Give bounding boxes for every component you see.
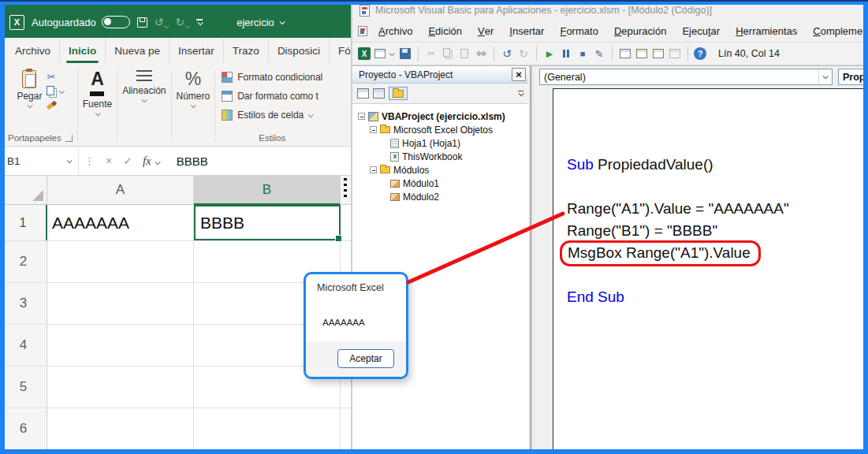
cell-a5[interactable] bbox=[47, 367, 194, 407]
close-icon[interactable]: × bbox=[512, 68, 526, 81]
cut-icon[interactable]: ✂ bbox=[424, 47, 438, 61]
project-panel-header[interactable]: Proyecto - VBAProject × bbox=[352, 66, 528, 84]
paste-button[interactable]: Pegar bbox=[17, 68, 42, 132]
workbook-title[interactable]: ejercicio bbox=[237, 17, 284, 28]
cut-button[interactable]: ✂ bbox=[47, 71, 55, 83]
group-expander-icon[interactable] bbox=[65, 135, 73, 142]
cell-a3[interactable] bbox=[47, 283, 194, 324]
menu-insertar[interactable]: Insertar bbox=[501, 20, 552, 42]
paste-icon[interactable] bbox=[457, 47, 471, 61]
collapse-icon[interactable] bbox=[370, 166, 377, 173]
menu-ver[interactable]: Ver bbox=[470, 20, 501, 42]
alignment-button[interactable]: Alineación bbox=[122, 68, 166, 146]
help-icon[interactable]: ? bbox=[694, 47, 706, 60]
cell-a2[interactable] bbox=[47, 241, 194, 282]
procedure-dropdown[interactable]: Prop bbox=[838, 69, 868, 85]
tab-archivo[interactable]: Archivo bbox=[6, 38, 60, 63]
module-window-icon[interactable] bbox=[358, 26, 367, 36]
view-object-icon[interactable] bbox=[373, 47, 387, 61]
menu-depuracion[interactable]: Depuración bbox=[606, 20, 675, 42]
format-painter-button[interactable] bbox=[47, 101, 57, 107]
cell-a1[interactable]: AAAAAAA bbox=[47, 205, 194, 240]
object-dropdown[interactable]: (General) bbox=[539, 69, 833, 85]
tree-item-hoja1[interactable]: Hoja1 (Hoja1) bbox=[390, 136, 528, 150]
project-explorer-icon[interactable] bbox=[618, 47, 632, 61]
tab-trazo[interactable]: Trazo bbox=[224, 38, 269, 63]
cell-styles-button[interactable]: Estilos de celda bbox=[222, 106, 322, 125]
insert-function-button[interactable]: fx bbox=[138, 154, 154, 168]
customize-qat-icon[interactable] bbox=[196, 19, 203, 25]
find-icon[interactable] bbox=[474, 47, 488, 61]
row-header-2[interactable]: 2 bbox=[0, 241, 47, 282]
reset-icon[interactable]: ■ bbox=[576, 47, 590, 61]
redo-icon[interactable]: ↻ bbox=[516, 47, 531, 61]
code-line[interactable]: Sub PropiedadValue() bbox=[567, 154, 868, 176]
code-line[interactable]: Range("A1").Value = "AAAAAAA" bbox=[567, 198, 868, 220]
name-box[interactable]: B1 bbox=[0, 147, 79, 175]
row-header-1[interactable]: 1 bbox=[0, 205, 47, 240]
properties-window-icon[interactable] bbox=[635, 47, 649, 61]
undo-button[interactable]: ↺ bbox=[155, 16, 169, 28]
save-icon[interactable] bbox=[137, 17, 147, 28]
view-code-icon[interactable] bbox=[357, 88, 369, 99]
menu-archivo[interactable]: Archivo bbox=[371, 20, 420, 42]
cell-b1[interactable]: BBBB bbox=[194, 205, 341, 240]
panel-overflow-icon[interactable] bbox=[518, 91, 525, 97]
menu-ejecutar[interactable]: Ejecutar bbox=[674, 20, 728, 42]
tab-nueva-pestana[interactable]: Nueva pe bbox=[106, 38, 170, 63]
object-browser-icon[interactable] bbox=[651, 47, 665, 61]
row-header-6[interactable]: 6 bbox=[0, 408, 47, 449]
tree-item-excel-objects[interactable]: Microsoft Excel Objetos bbox=[370, 123, 528, 136]
toggle-folders-icon[interactable] bbox=[389, 87, 408, 100]
cell-b6[interactable] bbox=[194, 408, 341, 449]
save-icon[interactable] bbox=[398, 47, 412, 61]
menu-formato[interactable]: Formato bbox=[552, 20, 605, 42]
code-editor[interactable]: Sub PropiedadValue() Range("A1").Value =… bbox=[553, 88, 868, 454]
toolbox-icon[interactable] bbox=[668, 47, 682, 61]
accept-button[interactable]: Aceptar bbox=[337, 349, 394, 368]
cell-a4[interactable] bbox=[47, 325, 194, 366]
break-icon[interactable] bbox=[559, 47, 573, 61]
view-object-icon[interactable] bbox=[373, 88, 385, 99]
code-line[interactable]: End Sub bbox=[567, 286, 868, 308]
tab-insertar[interactable]: Insertar bbox=[170, 38, 224, 63]
menu-edicion[interactable]: Edición bbox=[420, 20, 470, 42]
panel-splitter[interactable] bbox=[528, 65, 535, 454]
formula-bar-handle[interactable]: ⋮ bbox=[79, 155, 100, 167]
tree-item-modulo1[interactable]: Módulo1 bbox=[390, 177, 528, 190]
menu-herramientas[interactable]: Herramientas bbox=[728, 20, 805, 42]
collapse-icon[interactable] bbox=[370, 126, 377, 133]
code-line[interactable]: MsgBox Range("A1").Value bbox=[567, 242, 868, 264]
code-line[interactable]: Range("B1") = "BBBB" bbox=[567, 220, 868, 242]
design-mode-icon[interactable]: ✎ bbox=[592, 47, 606, 61]
tree-item-vbaproject[interactable]: VBAProject (ejercicio.xlsm) bbox=[358, 110, 528, 123]
collapse-icon[interactable] bbox=[358, 113, 365, 120]
column-header-b[interactable]: B bbox=[194, 176, 341, 204]
splitter-dots[interactable] bbox=[344, 178, 347, 200]
copy-icon[interactable] bbox=[441, 47, 455, 61]
redo-button[interactable]: ↻ bbox=[175, 16, 189, 28]
conditional-format-button[interactable]: Formato condicional bbox=[222, 68, 322, 87]
select-all-corner[interactable] bbox=[0, 176, 47, 204]
menu-complementos[interactable]: Complementos bbox=[805, 20, 868, 42]
tree-item-modulos[interactable]: Módulos bbox=[370, 163, 528, 177]
autosave-toggle[interactable]: Autoguardado bbox=[32, 16, 130, 28]
code-line[interactable] bbox=[567, 264, 868, 286]
number-button[interactable]: % Número bbox=[177, 68, 210, 146]
copy-button[interactable] bbox=[47, 86, 63, 98]
cancel-entry-button[interactable]: × bbox=[100, 154, 117, 167]
confirm-entry-button[interactable]: ✓ bbox=[117, 154, 138, 167]
cell-a6[interactable] bbox=[47, 408, 194, 449]
row-header-5[interactable]: 5 bbox=[0, 367, 47, 407]
tab-disposicion[interactable]: Disposici bbox=[269, 38, 330, 63]
row-header-4[interactable]: 4 bbox=[0, 325, 47, 366]
run-icon[interactable]: ▶ bbox=[542, 47, 557, 61]
format-as-table-button[interactable]: Dar formato como t bbox=[222, 87, 322, 106]
view-excel-icon[interactable]: X bbox=[358, 47, 371, 60]
code-line[interactable] bbox=[567, 176, 868, 198]
undo-icon[interactable]: ↺ bbox=[500, 47, 514, 61]
font-button[interactable]: A Fuente bbox=[83, 68, 112, 146]
tree-item-modulo2[interactable]: Módulo2 bbox=[390, 190, 528, 203]
formula-input[interactable]: BBBB bbox=[177, 154, 208, 168]
chevron-down-icon[interactable] bbox=[389, 50, 395, 56]
